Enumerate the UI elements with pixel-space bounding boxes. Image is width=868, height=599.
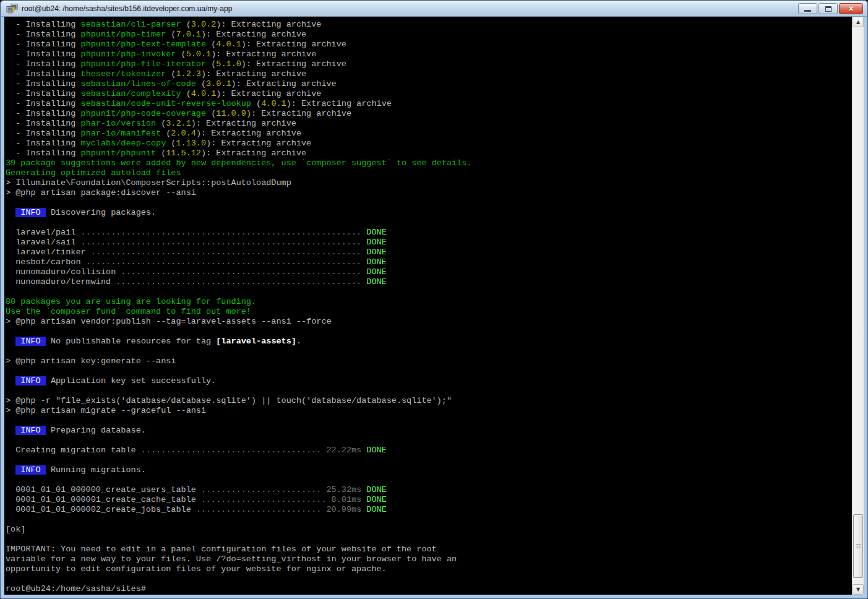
terminal-line: Use the `composer fund` command to find … [6,307,852,317]
close-button[interactable]: × [839,3,863,14]
terminal-line [6,198,852,208]
terminal-line: - Installing phpunit/php-file-iterator (… [6,59,852,69]
terminal-line [6,347,852,356]
terminal-line: opportunity to edit configuration files … [6,564,852,574]
minimize-icon [804,10,811,12]
terminal-line: - Installing phpunit/php-text-template (… [6,40,852,50]
terminal-line: - Installing phar-io/manifest (2.0.4): E… [6,129,852,139]
terminal-line: > @php artisan key:generate --ansi [6,356,852,366]
terminal-line: nunomaduro/termwind ....................… [6,277,852,287]
terminal-line: laravel/tinker .........................… [6,248,852,257]
terminal-line: laravel/sail ...........................… [6,238,852,248]
terminal-line: > Illuminate\Foundation\ComposerScripts:… [6,178,852,188]
terminal-line: 39 package suggestions were added by new… [6,158,852,168]
terminal-line: 80 packages you are using are looking fo… [6,297,852,307]
terminal-line: - Installing sebastian/complexity (4.0.1… [6,89,852,99]
close-icon: × [848,4,853,14]
terminal-output[interactable]: - Installing sebastian/cli-parser (3.0.2… [4,17,852,595]
arrow-down-icon: ▼ [856,587,860,592]
minimize-button[interactable] [798,3,817,14]
terminal-line [6,574,852,584]
terminal-line [6,436,852,446]
terminal-line: > @php -r "file_exists('database/databas… [6,396,852,406]
maximize-icon [825,6,831,12]
scrollbar-track[interactable] [853,27,864,584]
terminal-line: > @php artisan migrate --graceful --ansi [6,406,852,416]
terminal-line: INFO Discovering packages. [6,208,852,218]
scrollbar[interactable]: ▲ ▼ [852,17,864,595]
terminal-line: - Installing phpunit/php-timer (7.0.1): … [6,30,852,40]
terminal-line: [ok] [6,525,852,535]
terminal-line: - Installing phpunit/phpunit (11.5.12): … [6,149,852,158]
terminal-line: INFO No publishable resources for tag [l… [6,337,852,347]
terminal-line [6,535,852,545]
terminal-line: 0001_01_01_000002_create_jobs_table ....… [6,505,852,515]
terminal-line: - Installing phar-io/version (3.2.1): Ex… [6,119,852,129]
terminal-line [6,327,852,337]
terminal-line: - Installing myclabs/deep-copy (1.13.0):… [6,139,852,149]
window-controls: × [798,3,863,14]
terminal-line: 0001_01_01_000001_create_cache_table ...… [6,495,852,505]
terminal-line [6,455,852,465]
scrollbar-thumb[interactable] [853,514,863,578]
putty-window: root@ub24: /home/sasha/sites/b156.itdeve… [0,0,868,599]
terminal-line [6,218,852,228]
terminal-line: > @php artisan package:discover --ansi [6,188,852,198]
putty-icon[interactable] [6,4,19,14]
terminal-line: INFO Preparing database. [6,426,852,436]
terminal-line [6,416,852,426]
terminal-line: - Installing theseer/tokenizer (1.2.3): … [6,69,852,79]
window-title: root@ub24: /home/sasha/sites/b156.itdeve… [22,4,793,13]
terminal-line [6,515,852,525]
terminal-line [6,287,852,297]
terminal-line: - Installing phpunit/php-code-coverage (… [6,109,852,119]
terminal-line: - Installing sebastian/cli-parser (3.0.2… [6,20,852,30]
terminal-line: - Installing sebastian/lines-of-code (3.… [6,79,852,89]
terminal-line: variable for a new way to your files. Us… [6,554,852,564]
terminal-line: INFO Running migrations. [6,465,852,475]
scroll-down-button[interactable]: ▼ [853,584,864,595]
terminal-line [6,475,852,485]
titlebar[interactable]: root@ub24: /home/sasha/sites/b156.itdeve… [1,1,867,17]
terminal-line: IMPORTANT: You need to edit in a panel c… [6,545,852,554]
terminal-line: Generating optimized autoload files [6,168,852,178]
arrow-up-icon: ▲ [856,20,860,25]
terminal-line [6,366,852,376]
terminal-line [6,386,852,396]
terminal-line: nunomaduro/collision ...................… [6,267,852,277]
terminal-line: INFO Application key set successfully. [6,376,852,386]
terminal-line: - Installing phpunit/php-invoker (5.0.1)… [6,50,852,59]
terminal-line: nesbot/carbon ..........................… [6,257,852,267]
maximize-button[interactable] [819,3,838,14]
terminal-line: Creating migration table ...............… [6,446,852,455]
terminal-line: root@ub24:/home/sasha/sites# [6,584,852,594]
scroll-up-button[interactable]: ▲ [853,17,864,27]
terminal-line: 0001_01_01_000000_create_users_table ...… [6,485,852,495]
terminal-line: > @php artisan vendor:publish --tag=lara… [6,317,852,327]
window-content: - Installing sebastian/cli-parser (3.0.2… [4,17,864,595]
terminal-line: - Installing sebastian/code-unit-reverse… [6,99,852,109]
terminal-line: laravel/pail ...........................… [6,228,852,238]
grip-icon [856,544,861,548]
